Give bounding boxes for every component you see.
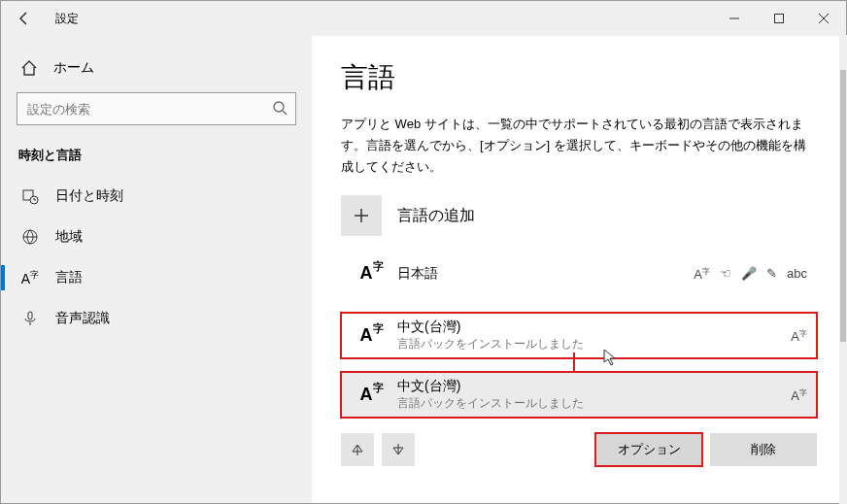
maximize-button[interactable] (757, 1, 801, 36)
svg-point-2 (274, 102, 284, 112)
language-feature-icons: A字 ☜ 🎤 ✎ abc (694, 266, 807, 282)
page-description: アプリと Web サイトは、一覧の中でサポートされている最初の言語で表示されます… (341, 114, 807, 178)
nav-label: 音声認識 (55, 310, 110, 327)
language-feature-icons: A字 (791, 328, 807, 344)
language-subtext: 言語パックをインストールしました (397, 336, 775, 353)
titlebar: 設定 (1, 1, 846, 36)
language-glyph-icon: A字 (351, 325, 382, 346)
nav-label: 言語 (55, 269, 83, 286)
spell-icon: abc (787, 266, 807, 282)
language-item-chinese-2[interactable]: A字 中文(台灣) 言語パックをインストールしました A字 (341, 372, 817, 418)
search-icon (271, 99, 288, 117)
options-button[interactable]: オプション (595, 433, 702, 466)
language-actions: オプション 削除 (341, 433, 817, 466)
delete-button[interactable]: 削除 (710, 433, 817, 466)
back-button[interactable] (1, 1, 48, 36)
scrollbar[interactable] (839, 35, 847, 504)
sidebar-item-language[interactable]: A字 言語 (17, 257, 296, 298)
content: 言語 アプリと Web サイトは、一覧の中でサポートされている最初の言語で表示さ… (312, 36, 846, 503)
window-title: 設定 (48, 11, 712, 27)
display-icon: A字 (791, 387, 807, 403)
microphone-icon (20, 310, 40, 327)
language-glyph-icon: A字 (351, 263, 382, 284)
move-down-button[interactable] (382, 433, 415, 466)
svg-line-3 (283, 111, 287, 115)
nav-label: 地域 (55, 228, 83, 246)
add-button[interactable] (341, 195, 382, 236)
language-name: 日本語 (397, 265, 678, 283)
minimize-button[interactable] (712, 1, 757, 36)
tts-icon: ☜ (720, 266, 731, 282)
move-up-button[interactable] (341, 433, 374, 466)
language-icon: A字 (20, 269, 40, 286)
category-label: 時刻と言語 (17, 147, 296, 164)
language-glyph-icon: A字 (351, 385, 382, 405)
calendar-clock-icon (20, 187, 40, 205)
home-link[interactable]: ホーム (17, 48, 296, 88)
search-box[interactable] (17, 92, 296, 125)
ink-icon: ✎ (766, 266, 777, 282)
display-icon: A字 (791, 328, 807, 344)
home-label: ホーム (53, 59, 94, 77)
speech-icon: 🎤 (741, 266, 757, 282)
close-button[interactable] (801, 1, 846, 36)
sidebar-item-datetime[interactable]: 日付と時刻 (17, 176, 296, 217)
globe-icon (20, 228, 40, 246)
display-icon: A字 (694, 266, 710, 282)
language-subtext: 言語パックをインストールしました (397, 395, 775, 412)
svg-rect-7 (28, 312, 32, 319)
language-feature-icons: A字 (791, 387, 807, 403)
language-name: 中文(台灣) (397, 378, 775, 395)
add-label: 言語の追加 (397, 206, 475, 226)
sidebar-item-region[interactable]: 地域 (17, 217, 296, 257)
home-icon (20, 59, 38, 77)
scrollbar-thumb[interactable] (840, 70, 846, 342)
search-input[interactable] (17, 92, 296, 125)
sidebar-item-speech[interactable]: 音声認識 (17, 298, 296, 339)
nav-label: 日付と時刻 (55, 187, 123, 205)
language-item-japanese[interactable]: A字 日本語 A字 ☜ 🎤 ✎ abc (341, 257, 817, 289)
sidebar: ホーム 時刻と言語 日付と時刻 地域 A字 言語 音声認識 (1, 36, 312, 503)
page-title: 言語 (341, 59, 817, 96)
add-language-row[interactable]: 言語の追加 (341, 195, 817, 236)
window-controls (712, 1, 846, 36)
cursor-icon (603, 349, 619, 368)
language-name: 中文(台灣) (397, 319, 775, 336)
svg-rect-1 (775, 15, 784, 23)
